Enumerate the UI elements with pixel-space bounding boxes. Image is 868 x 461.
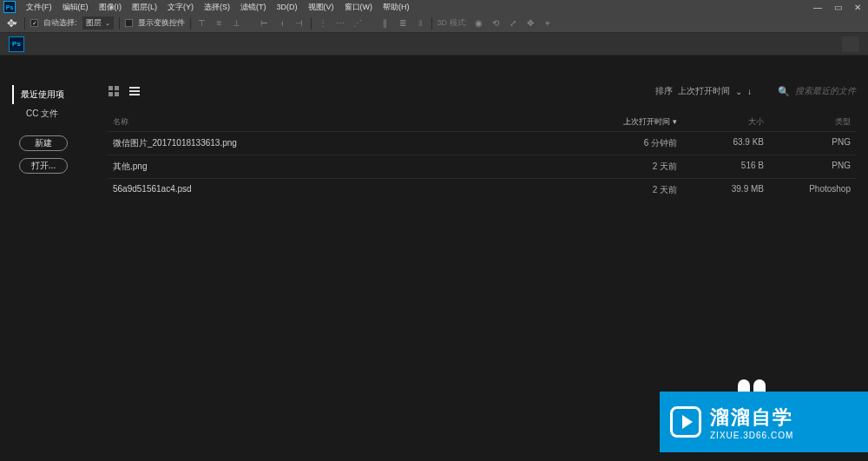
menu-filter[interactable]: 滤镜(T) [235,2,272,13]
auto-select-target[interactable]: 图层 ⌄ [82,16,114,30]
3d-icon-5[interactable]: ⌖ [542,17,554,30]
svg-rect-5 [129,90,140,92]
file-time: 6 分钟前 [590,137,677,149]
3d-icon-1[interactable]: ◉ [472,17,484,30]
file-type: Photoshop [764,184,851,196]
sort-control[interactable]: 排序 上次打开时间 ⌄ ↓ [655,85,752,97]
file-name: 其他.png [113,161,590,173]
column-name[interactable]: 名称 [113,116,590,128]
divider [24,17,25,30]
restore-button[interactable]: ▭ [834,3,842,12]
svg-rect-2 [108,92,113,96]
auto-select-label: 自动选择: [43,17,77,29]
svg-rect-1 [115,86,119,90]
menu-image[interactable]: 图像(I) [94,2,128,13]
file-name: 微信图片_20171018133613.png [113,137,590,149]
divider [311,17,312,30]
file-size: 63.9 KB [677,137,764,149]
watermark-banner: 溜溜自学 ZIXUE.3D66.COM [660,392,868,452]
file-name: 56a9d51561ac4.psd [113,184,590,196]
options-bar: ✥▾ ✓ 自动选择: 图层 ⌄ 显示变换控件 ⊤ ≡ ⊥ ⊢ ⫞ ⊣ ⋮ ⋯ ⋰… [0,14,868,33]
grid-view-icon[interactable] [108,85,120,97]
view-toggle [108,85,141,97]
close-button[interactable]: ✕ [854,3,861,12]
menu-bar: Ps 文件(F) 编辑(E) 图像(I) 图层(L) 文字(Y) 选择(S) 滤… [0,0,868,14]
watermark-url: ZIXUE.3D66.COM [710,431,793,440]
sort-label: 排序 [655,85,673,97]
align-top-icon[interactable]: ⊤ [196,17,208,30]
divider [431,17,432,30]
document-bar: Ps [0,33,868,56]
menu-file[interactable]: 文件(F) [21,2,57,13]
distribute-5-icon[interactable]: ≣ [397,17,409,30]
menu-edit[interactable]: 编辑(E) [57,2,94,13]
watermark-ears-icon [738,379,766,392]
column-time[interactable]: 上次打开时间 ▾ [590,116,677,128]
minimize-button[interactable]: — [813,3,822,12]
sidebar: 最近使用项 CC 文件 新建 打开... [0,56,95,461]
open-button[interactable]: 打开... [19,158,68,174]
sidebar-item-cc-files[interactable]: CC 文件 [19,104,87,123]
search-icon: 🔍 [778,86,790,97]
table-row[interactable]: 其他.png 2 天前 516 B PNG [108,155,856,178]
svg-rect-3 [115,92,119,96]
app-logo-icon: Ps [9,36,24,52]
distribute-v-icon[interactable]: ⋯ [334,17,346,30]
file-size: 39.9 MB [677,184,764,196]
file-time: 2 天前 [590,161,677,173]
distribute-3-icon[interactable]: ⋰ [352,17,364,30]
menu-layer[interactable]: 图层(L) [127,2,162,13]
file-size: 516 B [677,161,764,173]
column-size[interactable]: 大小 [677,116,764,128]
menu-help[interactable]: 帮助(H) [378,2,415,13]
search-input[interactable]: 🔍 搜索最近的文件 [778,85,856,97]
table-row[interactable]: 56a9d51561ac4.psd 2 天前 39.9 MB Photoshop [108,178,856,201]
app-logo-icon: Ps [3,1,16,13]
align-center-icon[interactable]: ⫞ [276,17,288,30]
sort-direction-icon[interactable]: ↓ [747,87,752,96]
sort-option: 上次打开时间 [678,85,730,97]
align-right-icon[interactable]: ⊣ [293,17,306,30]
distribute-h-icon[interactable]: ⋮ [317,17,329,30]
divider [119,17,120,30]
content-toolbar: 排序 上次打开时间 ⌄ ↓ 🔍 搜索最近的文件 [108,85,856,97]
align-bottom-icon[interactable]: ⊥ [231,17,243,30]
show-transform-checkbox[interactable] [125,19,133,27]
mode-3d-label: 3D 模式: [437,17,468,29]
3d-icon-4[interactable]: ✥ [524,17,536,30]
new-button[interactable]: 新建 [19,135,68,151]
svg-rect-6 [129,94,140,95]
menu-select[interactable]: 选择(S) [199,2,235,13]
distribute-4-icon[interactable]: ∥ [379,17,391,30]
file-type: PNG [764,137,851,149]
3d-icon-3[interactable]: ⤢ [507,17,519,30]
watermark-title: 溜溜自学 [710,405,793,431]
table-header: 名称 上次打开时间 ▾ 大小 类型 [108,113,856,131]
column-type[interactable]: 类型 [764,116,851,128]
align-left-icon[interactable]: ⊢ [259,17,271,30]
3d-icon-2[interactable]: ⟲ [490,17,502,30]
show-transform-label: 显示变换控件 [138,17,185,29]
window-controls: — ▭ ✕ [813,3,861,12]
divider [190,17,191,30]
file-type: PNG [764,161,851,173]
align-middle-icon[interactable]: ≡ [214,17,226,30]
chevron-down-icon: ⌄ [735,87,742,96]
move-tool-icon[interactable]: ✥▾ [5,16,19,30]
svg-rect-0 [108,86,113,90]
menu-window[interactable]: 窗口(W) [339,2,378,13]
auto-select-checkbox[interactable]: ✓ [30,19,38,27]
menu-3d[interactable]: 3D(D) [272,3,303,11]
file-time: 2 天前 [590,184,677,196]
panel-toggle-icon[interactable] [842,36,859,52]
play-icon [670,406,701,438]
search-placeholder: 搜索最近的文件 [795,85,856,97]
sidebar-item-recent[interactable]: 最近使用项 [12,85,87,104]
table-row[interactable]: 微信图片_20171018133613.png 6 分钟前 63.9 KB PN… [108,131,856,155]
distribute-6-icon[interactable]: ⫴ [414,17,426,30]
menu-view[interactable]: 视图(V) [303,2,339,13]
svg-rect-4 [129,87,140,89]
menu-type[interactable]: 文字(Y) [162,2,199,13]
list-view-icon[interactable] [128,85,141,97]
